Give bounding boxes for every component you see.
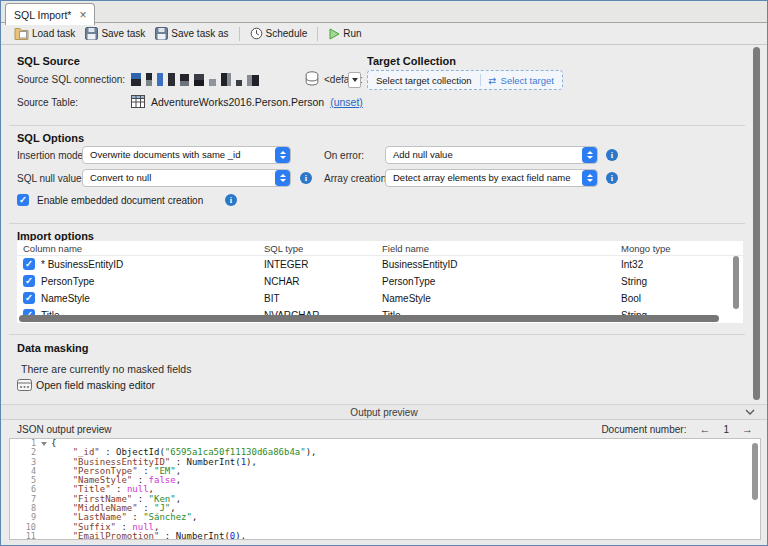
database-icon xyxy=(305,71,319,86)
next-document-arrow-icon[interactable]: → xyxy=(742,423,753,435)
fold-gutter xyxy=(36,485,51,494)
col-header-column-name: Column name xyxy=(23,242,82,255)
on-error-info-icon[interactable] xyxy=(606,149,618,161)
select-target-collection-button[interactable]: Select target collection xyxy=(368,75,480,86)
sql-null-values-value: Convert to null xyxy=(90,170,151,186)
chevron-down-icon xyxy=(745,409,755,415)
on-error-select[interactable]: Add null value xyxy=(385,146,598,164)
fold-gutter xyxy=(36,504,51,513)
save-task-button[interactable]: Save task xyxy=(80,24,150,44)
insertion-mode-select[interactable]: Overwrite documents with same _id xyxy=(82,146,291,164)
data-masking-title: Data masking xyxy=(17,342,89,354)
sql-import-window: SQL Import* × Load task Save task Save t… xyxy=(0,0,768,546)
output-preview-label: Output preview xyxy=(350,407,417,418)
row-checkbox[interactable] xyxy=(23,275,35,287)
table-cell: NameStyle xyxy=(382,290,431,307)
source-table-label: Source Table: xyxy=(17,97,78,108)
table-cell: Int32 xyxy=(621,256,643,273)
table-cell: INTEGER xyxy=(264,256,308,273)
line-number: 11 xyxy=(10,532,36,540)
sql-null-values-select[interactable]: Convert to null xyxy=(82,169,291,187)
code-text: "EmailPromotion" : NumberInt(0), xyxy=(51,532,760,540)
table-cell: BIT xyxy=(264,290,280,307)
no-masked-fields-text: There are currently no masked fields xyxy=(21,363,191,375)
tab-bar: SQL Import* × xyxy=(1,1,767,23)
editor-vertical-scrollbar[interactable] xyxy=(752,443,758,500)
tab-sql-import[interactable]: SQL Import* × xyxy=(5,3,95,25)
folder-open-icon xyxy=(14,27,29,40)
table-cell: PersonType xyxy=(382,273,435,290)
table-cell: BusinessEntityID xyxy=(382,256,458,273)
json-code: 1{2 "_id" : ObjectId("6595a1ca50f11130d6… xyxy=(10,439,760,540)
main-content: SQL Source Target Collection Source SQL … xyxy=(1,45,767,404)
json-preview-header: JSON output preview Document number: ← 1… xyxy=(1,420,767,438)
array-creation-select[interactable]: Detect array elements by exact field nam… xyxy=(385,169,598,187)
section-divider xyxy=(9,223,745,224)
table-cell: NameStyle xyxy=(41,290,90,307)
select-target-label: Select target xyxy=(501,75,554,86)
col-header-sql-type: SQL type xyxy=(264,242,303,255)
array-creation-info-icon[interactable] xyxy=(606,172,618,184)
open-masking-editor-button[interactable]: Open field masking editor xyxy=(17,379,155,391)
import-options-table: Column name SQL type Field name Mongo ty… xyxy=(17,241,743,323)
code-line: 11 "EmailPromotion" : NumberInt(0), xyxy=(10,532,760,540)
toolbar-separator xyxy=(239,27,240,41)
save-task-as-label: Save task as xyxy=(171,28,228,39)
table-row[interactable]: * BusinessEntityIDINTEGERBusinessEntityI… xyxy=(17,256,743,273)
schedule-button[interactable]: Schedule xyxy=(245,24,313,44)
fold-gutter xyxy=(36,495,51,504)
load-task-button[interactable]: Load task xyxy=(9,24,80,44)
table-row[interactable]: PersonTypeNCHARPersonTypeString xyxy=(17,273,743,290)
stepper-icon xyxy=(582,147,597,163)
tab-close-icon[interactable]: × xyxy=(79,9,86,21)
content-vertical-scrollbar[interactable] xyxy=(753,47,760,400)
masking-editor-icon xyxy=(17,379,32,391)
embedded-document-checkbox[interactable] xyxy=(17,194,29,206)
stepper-icon xyxy=(275,147,290,163)
document-number-label: Document number: xyxy=(601,424,686,435)
embedded-document-info-icon[interactable] xyxy=(225,194,237,206)
table-cell: PersonType xyxy=(41,273,94,290)
table-vertical-scrollbar[interactable] xyxy=(733,256,739,309)
floppy-disk-icon xyxy=(155,27,168,40)
clock-icon xyxy=(250,27,263,40)
toolbar: Load task Save task Save task as Schedul… xyxy=(1,23,767,45)
fold-gutter xyxy=(36,467,51,476)
document-number-value: 1 xyxy=(723,424,729,435)
embedded-document-label: Enable embedded document creation xyxy=(37,195,203,206)
row-checkbox[interactable] xyxy=(23,292,35,304)
json-editor[interactable]: 1{2 "_id" : ObjectId("6595a1ca50f11130d6… xyxy=(9,438,761,540)
schedule-label: Schedule xyxy=(266,28,308,39)
stepper-icon xyxy=(275,170,290,186)
table-horizontal-scrollbar[interactable] xyxy=(19,315,719,322)
insertion-mode-label: Insertion mode: xyxy=(17,150,86,161)
connection-dropdown-button[interactable] xyxy=(348,72,361,88)
open-masking-editor-label: Open field masking editor xyxy=(36,379,155,391)
previous-document-arrow-icon[interactable]: ← xyxy=(699,423,710,435)
source-table-value: AdventureWorks2016.Person.Person xyxy=(151,96,324,108)
col-header-mongo-type: Mongo type xyxy=(621,242,671,255)
sql-source-title: SQL Source xyxy=(17,55,80,67)
fold-gutter xyxy=(36,532,51,540)
insertion-mode-value: Overwrite documents with same _id xyxy=(90,147,240,163)
load-task-label: Load task xyxy=(32,28,75,39)
run-play-icon xyxy=(328,28,340,40)
run-button[interactable]: Run xyxy=(323,24,366,44)
table-grid-icon xyxy=(131,95,145,108)
save-task-as-button[interactable]: Save task as xyxy=(150,24,233,44)
output-preview-bar[interactable]: Output preview xyxy=(1,404,767,420)
fold-triangle-icon[interactable] xyxy=(36,439,51,448)
array-creation-label: Array creation: xyxy=(324,173,389,184)
select-target-button[interactable]: ⇄ Select target xyxy=(481,75,562,86)
table-cell: * BusinessEntityID xyxy=(41,256,123,273)
sql-null-values-label: SQL null values: xyxy=(17,173,89,184)
table-row[interactable]: NameStyleBITNameStyleBool xyxy=(17,290,743,307)
row-checkbox[interactable] xyxy=(23,258,35,270)
sql-options-title: SQL Options xyxy=(17,132,84,144)
toolbar-separator xyxy=(317,27,318,41)
sql-null-values-info-icon[interactable] xyxy=(300,172,312,184)
redacted-connection-name xyxy=(131,72,259,86)
on-error-value: Add null value xyxy=(393,147,453,163)
table-cell: NCHAR xyxy=(264,273,300,290)
unset-link[interactable]: (unset) xyxy=(330,96,363,108)
